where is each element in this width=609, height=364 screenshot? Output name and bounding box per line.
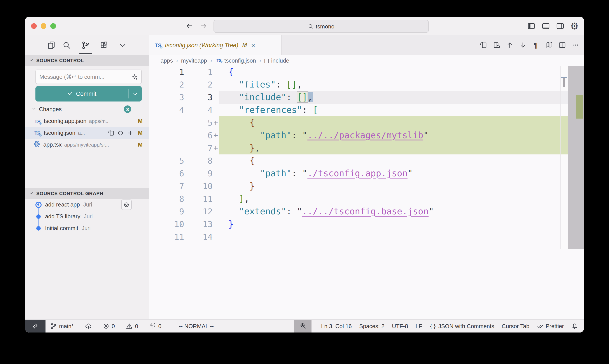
status-item-antenna[interactable]: 0 <box>149 323 161 329</box>
code-line[interactable]: 811 ], <box>149 193 561 205</box>
plus-icon[interactable] <box>127 130 133 136</box>
open-file-icon[interactable] <box>108 130 114 136</box>
arrow-up-icon[interactable] <box>506 41 513 49</box>
source-control-graph-header[interactable]: SOURCE CONTROL GRAPH <box>25 188 149 199</box>
sparkle-icon[interactable] <box>132 74 138 80</box>
code-line[interactable]: 11{ <box>149 66 561 78</box>
code-line[interactable]: 22 "files": [], <box>149 78 561 91</box>
status-item-cloud-upload[interactable] <box>85 323 92 329</box>
activity-item-chevron-down[interactable] <box>115 38 130 52</box>
commit-row[interactable]: add react appJuri <box>25 199 149 210</box>
layout-sidebar-left-icon[interactable] <box>527 21 535 30</box>
status-item-prettier[interactable]: Prettier <box>537 323 564 329</box>
code-token <box>228 193 239 204</box>
status-item-spaces-2[interactable]: Spaces: 2 <box>359 323 385 329</box>
commit-dropdown-button[interactable] <box>129 91 142 96</box>
breadcrumb-item[interactable]: apps <box>161 57 173 64</box>
code-line[interactable]: 912 "extends": "../../tsconfig.base.json… <box>149 205 561 218</box>
activity-item-search[interactable] <box>59 38 74 52</box>
status-item-utf-8[interactable]: UTF-8 <box>392 323 408 329</box>
layout-sidebar-right-icon[interactable] <box>556 21 564 30</box>
commit-message-input[interactable]: Message (⌘↵ to comm... <box>35 70 142 84</box>
diff-editor[interactable]: 11{22 "files": [],33 "include": [],44 "r… <box>149 66 584 320</box>
ellipsis-icon[interactable] <box>571 41 579 49</box>
pilcrow-icon[interactable]: ¶ <box>532 41 539 49</box>
status-label: Spaces: 2 <box>359 323 385 329</box>
code-link[interactable]: ../../tsconfig.base.json <box>302 206 428 217</box>
commit-row[interactable]: add TS libraryJuri <box>25 210 149 222</box>
back-arrow-icon[interactable] <box>185 21 194 30</box>
code-line[interactable]: 69 "path": "./tsconfig.app.json" <box>149 167 561 180</box>
code-token: : <box>286 206 292 217</box>
breadcrumb-item[interactable]: TS⚙tsconfig.json <box>215 57 256 64</box>
commit-button[interactable]: Commit <box>35 86 142 102</box>
screen: tsmono ⚙ SOURCE CONTROL Message (⌘↵ to c… <box>0 0 609 364</box>
activity-item-extensions[interactable] <box>96 38 111 52</box>
close-icon[interactable]: × <box>251 41 255 49</box>
close-window-button[interactable] <box>31 23 37 29</box>
activity-item-source-control[interactable] <box>78 38 93 52</box>
breadcrumb-item[interactable]: myviteapp <box>181 57 207 64</box>
file-path: apps/myviteapp/sr... <box>64 142 133 147</box>
arrow-down-icon[interactable] <box>519 41 526 49</box>
source-control-title: SOURCE CONTROL <box>36 58 84 63</box>
activity-item-files[interactable] <box>44 38 59 52</box>
status-item-lf[interactable]: LF <box>415 323 422 329</box>
status-item-error[interactable]: 0 <box>103 323 115 329</box>
changed-file-row[interactable]: app.tsxapps/myviteapp/sr...M <box>25 139 149 151</box>
changes-section-header[interactable]: Changes 3 <box>25 103 149 115</box>
status-item-ln-3-col-16[interactable]: Ln 3, Col 16 <box>321 323 352 329</box>
open-file-icon[interactable] <box>479 41 487 49</box>
commit-author: Juri <box>84 213 92 220</box>
code-token <box>228 79 239 90</box>
status-item-warning[interactable]: 0 <box>126 323 138 329</box>
code-line[interactable]: 1013} <box>149 218 561 231</box>
diff-search-icon[interactable] <box>493 41 500 49</box>
zoom-status-item[interactable] <box>294 320 311 333</box>
map-icon[interactable] <box>545 41 553 49</box>
status-item-cursor-tab[interactable]: Cursor Tab <box>502 323 530 329</box>
code-link[interactable]: ../../packages/mytslib <box>307 130 423 141</box>
code-line[interactable]: 33 "include": [], <box>149 91 561 104</box>
scrollbar[interactable] <box>568 66 584 249</box>
code-token: : <box>302 104 307 115</box>
gear-icon[interactable]: ⚙ <box>570 21 579 30</box>
changed-file-row[interactable]: TS⚙tsconfig.jsona...M <box>25 127 149 139</box>
code-token <box>307 104 312 115</box>
code-line[interactable]: 5+ { <box>149 116 561 129</box>
code-link[interactable]: ./tsconfig.app.json <box>307 168 408 179</box>
code-line[interactable]: 1114 <box>149 231 561 243</box>
chevron-right-icon: › <box>259 57 261 64</box>
code-line-content: { <box>219 155 561 167</box>
code-line[interactable]: 58 { <box>149 155 561 167</box>
ts-file-icon: TS⚙ <box>34 129 41 137</box>
discard-icon[interactable] <box>118 130 124 136</box>
remote-indicator[interactable] <box>25 320 46 333</box>
code-line[interactable]: 44 "references": [ <box>149 104 561 116</box>
code-line[interactable]: 710 } <box>149 180 561 193</box>
minimap[interactable] <box>560 66 568 249</box>
source-control-header[interactable]: SOURCE CONTROL <box>25 55 149 66</box>
code-token: " <box>302 168 307 179</box>
split-editor-icon[interactable] <box>558 41 566 49</box>
commit-row[interactable]: Initial commitJuri <box>25 222 149 234</box>
command-center-search[interactable]: tsmono <box>213 20 429 33</box>
code-line-content <box>219 231 561 243</box>
tab-tsconfig-working-tree[interactable]: TS⚙ tsconfig.json (Working Tree) M × <box>149 35 282 55</box>
forward-arrow-icon[interactable] <box>199 21 208 30</box>
breadcrumb-item[interactable]: [ ]include <box>264 57 289 64</box>
code-line[interactable]: 7+ }, <box>149 142 561 155</box>
code-line[interactable]: 6+ "path": "../../packages/mytslib" <box>149 129 561 142</box>
zoom-window-button[interactable] <box>50 23 56 29</box>
code-token <box>297 130 302 141</box>
changed-file-row[interactable]: TS⚙tsconfig.app.jsonapps/m...M <box>25 115 149 127</box>
line-number-modified: 10 <box>184 180 213 193</box>
status-item-git-branch[interactable]: main* <box>50 323 74 329</box>
zoom-in-icon <box>299 322 306 330</box>
code-token: } <box>249 181 255 191</box>
target-icon[interactable] <box>121 199 132 210</box>
layout-panel-icon[interactable] <box>541 21 550 30</box>
minimize-window-button[interactable] <box>41 23 46 29</box>
status-item-json-with-comments[interactable]: { }JSON with Comments <box>430 323 494 329</box>
status-item-bell[interactable] <box>571 323 578 329</box>
